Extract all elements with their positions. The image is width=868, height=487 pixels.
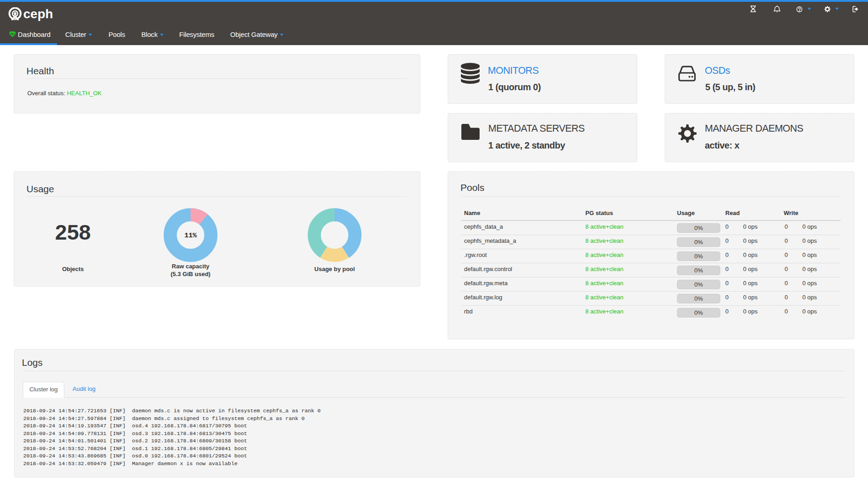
svg-text:11%: 11% bbox=[184, 232, 197, 240]
